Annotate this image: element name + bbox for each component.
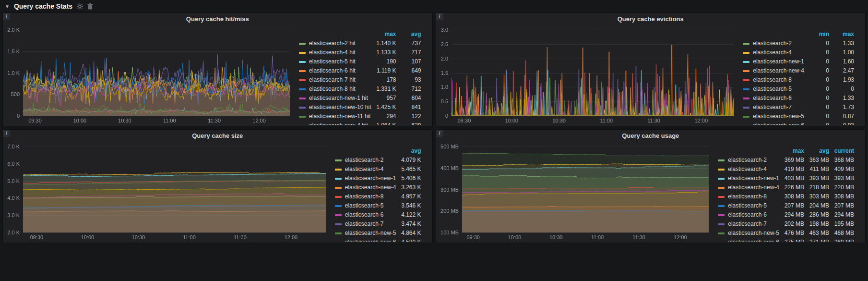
row-title[interactable]: Query cache Stats: [14, 2, 72, 10]
series-color-marker[interactable]: [718, 223, 725, 225]
legend-col-header-max[interactable]: max: [782, 147, 807, 156]
series-name[interactable]: elasticsearch-new-5: [345, 230, 396, 236]
series-color-marker[interactable]: [299, 79, 306, 81]
series-color-marker[interactable]: [718, 205, 725, 207]
series-color-marker[interactable]: [743, 88, 749, 90]
panel-title[interactable]: Query cache evictions: [436, 13, 866, 25]
panel-info-icon[interactable]: i: [436, 13, 443, 20]
series-color-marker[interactable]: [299, 61, 306, 63]
series-name[interactable]: elasticsearch-6: [753, 95, 792, 101]
series-name[interactable]: elasticsearch-5: [753, 86, 792, 92]
series-name[interactable]: elasticsearch-2: [753, 40, 792, 47]
series-color-marker[interactable]: [718, 178, 725, 180]
series-color-marker[interactable]: [335, 178, 342, 180]
series-color-marker[interactable]: [743, 52, 749, 54]
series-color-marker[interactable]: [743, 43, 749, 45]
series-name[interactable]: elasticsearch-7: [753, 104, 792, 110]
series-name[interactable]: elasticsearch-new-5: [728, 230, 779, 236]
series-name[interactable]: elasticsearch-new-5: [753, 113, 804, 120]
series-name[interactable]: elasticsearch-new-1 hit: [309, 95, 368, 101]
series-color-marker[interactable]: [743, 70, 749, 72]
series-color-marker[interactable]: [299, 52, 306, 54]
timeseries-chart[interactable]: [5, 142, 329, 242]
legend-col-header-current[interactable]: current: [832, 147, 856, 156]
series-color-marker[interactable]: [299, 88, 306, 90]
series-name[interactable]: elasticsearch-new-6: [728, 239, 779, 242]
row-delete-button[interactable]: [87, 3, 93, 10]
series-name[interactable]: elasticsearch-4: [345, 166, 384, 172]
series-color-marker[interactable]: [718, 159, 725, 161]
series-name[interactable]: elasticsearch-7: [728, 220, 767, 227]
series-name[interactable]: elasticsearch-2: [728, 157, 767, 163]
series-color-marker[interactable]: [335, 205, 342, 207]
row-settings-button[interactable]: [77, 3, 83, 10]
panel-info-icon[interactable]: i: [3, 13, 10, 20]
series-name[interactable]: elasticsearch-8: [345, 193, 384, 200]
series-color-marker[interactable]: [335, 214, 342, 216]
series-color-marker[interactable]: [743, 79, 749, 81]
series-color-marker[interactable]: [718, 214, 725, 216]
series-color-marker[interactable]: [335, 187, 342, 189]
series-name[interactable]: elasticsearch-new-1: [345, 175, 396, 182]
series-color-marker[interactable]: [299, 43, 306, 45]
series-color-marker[interactable]: [718, 169, 725, 171]
series-name[interactable]: elasticsearch-8: [753, 76, 792, 83]
series-name[interactable]: elasticsearch-5: [345, 202, 384, 209]
series-color-marker[interactable]: [299, 98, 306, 99]
legend-col-header-avg[interactable]: avg: [807, 147, 832, 156]
series-name[interactable]: elasticsearch-new-1: [753, 58, 804, 65]
legend-col-header-max[interactable]: max: [374, 30, 399, 39]
series-color-marker[interactable]: [718, 232, 725, 234]
timeseries-chart[interactable]: [438, 25, 737, 125]
series-name[interactable]: elasticsearch-8: [728, 193, 767, 200]
legend-col-header-avg[interactable]: avg: [399, 30, 424, 39]
series-name[interactable]: elasticsearch-4 hit: [309, 49, 356, 56]
series-name[interactable]: elasticsearch-7: [345, 220, 384, 227]
series-name[interactable]: elasticsearch-new-10 hit: [309, 104, 371, 110]
series-color-marker[interactable]: [743, 61, 749, 63]
panel-title[interactable]: Query cache usage: [436, 130, 866, 142]
series-name[interactable]: elasticsearch-5: [728, 202, 767, 209]
series-name[interactable]: elasticsearch-6 hit: [309, 67, 356, 74]
series-name[interactable]: elasticsearch-new-6: [345, 239, 396, 242]
series-name[interactable]: elasticsearch-6: [728, 211, 767, 218]
legend-col-header-min[interactable]: min: [807, 30, 832, 39]
series-color-marker[interactable]: [299, 107, 306, 109]
series-name[interactable]: elasticsearch-new-4: [728, 184, 779, 191]
series-name[interactable]: elasticsearch-new-4: [753, 67, 804, 74]
series-color-marker[interactable]: [299, 116, 306, 118]
series-name[interactable]: elasticsearch-5 hit: [309, 58, 356, 65]
timeseries-chart[interactable]: [438, 142, 712, 242]
panel-title[interactable]: Query cache size: [3, 130, 432, 142]
panel-info-icon[interactable]: i: [436, 130, 443, 137]
timeseries-chart[interactable]: [5, 25, 293, 125]
row-collapse-icon[interactable]: ▼: [5, 4, 10, 9]
series-name[interactable]: elasticsearch-new-1: [728, 175, 779, 182]
series-name[interactable]: elasticsearch-new-6: [753, 122, 804, 125]
series-name[interactable]: elasticsearch-new-4: [345, 184, 396, 191]
panel-title[interactable]: Query cache hit/miss: [3, 13, 432, 25]
series-color-marker[interactable]: [335, 223, 342, 225]
series-color-marker[interactable]: [743, 107, 749, 109]
series-name[interactable]: elasticsearch-2 hit: [309, 40, 356, 47]
series-color-marker[interactable]: [718, 196, 725, 198]
series-color-marker[interactable]: [299, 70, 306, 72]
series-name[interactable]: elasticsearch-6: [345, 211, 384, 218]
panel-info-icon[interactable]: i: [3, 130, 10, 137]
legend-col-header-max[interactable]: max: [832, 30, 856, 39]
series-name[interactable]: elasticsearch-7 hit: [309, 76, 356, 83]
series-name[interactable]: elasticsearch-4: [753, 49, 792, 56]
series-color-marker[interactable]: [335, 169, 342, 171]
series-color-marker[interactable]: [335, 196, 342, 198]
series-name[interactable]: elasticsearch-2: [345, 157, 384, 163]
series-color-marker[interactable]: [335, 232, 342, 234]
series-color-marker[interactable]: [718, 187, 725, 189]
series-color-marker[interactable]: [335, 159, 342, 161]
series-name[interactable]: elasticsearch-new-11 hit: [309, 113, 371, 120]
series-color-marker[interactable]: [743, 116, 749, 118]
series-name[interactable]: elasticsearch-new-4 hit: [309, 122, 368, 125]
legend-col-header-avg[interactable]: avg: [399, 147, 424, 156]
series-name[interactable]: elasticsearch-8 hit: [309, 86, 356, 92]
series-name[interactable]: elasticsearch-4: [728, 166, 767, 172]
series-color-marker[interactable]: [743, 98, 749, 99]
